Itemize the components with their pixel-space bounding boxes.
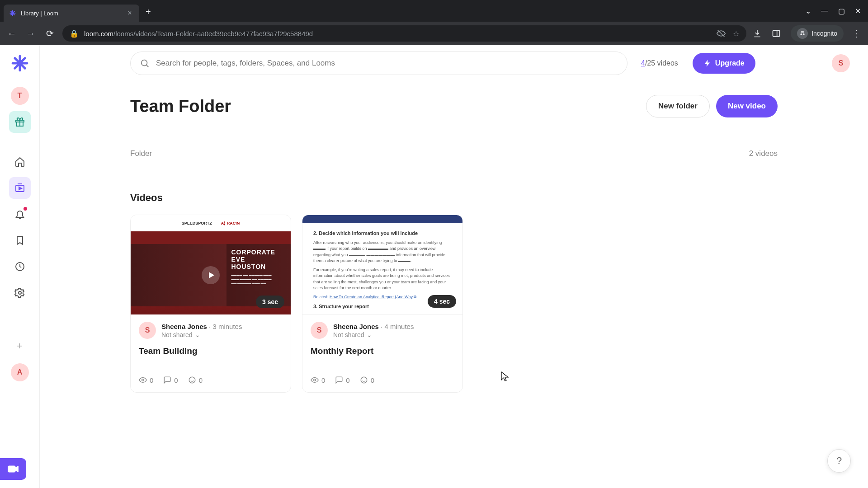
kebab-icon[interactable]: ⋮ [850,28,863,39]
left-rail: T + A [0,45,40,488]
user-avatar[interactable]: S [832,54,850,72]
back-button[interactable]: ← [5,28,18,39]
browser-tab[interactable]: Library | Loom × [4,5,139,22]
url-text: loom.com/looms/videos/Team-Folder-aa0ed3… [84,30,711,38]
comments-stat: 0 [163,376,178,384]
video-quota[interactable]: 4/25 videos [641,59,678,67]
play-icon[interactable] [202,266,220,284]
bookmark-icon[interactable] [9,230,31,251]
window-controls: ⌄ ― ▢ ✕ [805,7,864,15]
top-bar: 4/25 videos Upgrade S [40,45,868,81]
duration-badge: 3 sec [256,296,284,308]
chevron-down-icon: ⌄ [367,331,372,338]
smile-icon [360,376,368,384]
search-box[interactable] [130,52,627,75]
panel-icon[interactable] [772,29,784,38]
page-title: Team Folder [130,97,231,116]
svg-point-9 [803,33,805,35]
bolt-icon [703,59,712,67]
close-icon[interactable]: × [126,9,134,17]
incognito-badge[interactable]: Incognito [791,25,844,42]
svg-rect-22 [8,466,15,472]
svg-rect-6 [773,30,780,36]
breadcrumb[interactable]: Videos / Team Folder [130,81,778,82]
video-grid: SPEEDSPORTZA⟩ RACIN CORPORATE EVE HOUSTO… [130,215,778,393]
forward-button[interactable]: → [24,28,37,39]
svg-point-8 [801,33,802,35]
new-video-button[interactable]: New video [716,95,778,117]
video-thumbnail[interactable]: SPEEDSPORTZA⟩ RACIN CORPORATE EVE HOUSTO… [131,215,291,314]
browser-tab-strip: Library | Loom × + ⌄ ― ▢ ✕ [0,0,868,22]
duration-badge: 4 sec [428,295,456,308]
notification-dot [24,207,27,211]
folder-label: Folder [130,149,152,158]
settings-icon[interactable] [9,282,31,304]
workspace-avatar[interactable]: T [9,85,31,107]
downloads-icon[interactable] [753,29,765,38]
upgrade-button[interactable]: Upgrade [693,53,755,74]
views-stat: 0 [139,376,153,384]
incognito-icon [797,28,808,39]
chevron-down-icon: ⌄ [195,331,200,338]
svg-marker-19 [19,187,22,190]
svg-point-4 [12,12,14,14]
video-title[interactable]: Team Building [139,346,283,356]
loom-logo[interactable] [11,54,29,72]
history-icon[interactable] [9,256,31,277]
tab-title: Library | Loom [21,10,121,17]
svg-point-14 [17,61,23,66]
video-title[interactable]: Monthly Report [311,346,454,356]
share-status[interactable]: Not shared ⌄ [333,331,414,338]
eye-off-icon[interactable] [717,29,726,38]
svg-point-25 [142,379,144,381]
author-name: Sheena Jones [333,323,379,330]
new-tab-button[interactable]: + [146,7,151,17]
svg-point-28 [361,377,367,383]
content-area: Videos / Team Folder Team Folder New fol… [40,81,868,488]
comment-icon [335,376,343,384]
author-name: Sheena Jones [161,323,207,330]
record-button[interactable] [0,458,26,480]
help-button[interactable]: ? [827,449,851,473]
video-card[interactable]: SPEEDSPORTZA⟩ RACIN CORPORATE EVE HOUSTO… [130,215,291,393]
library-icon[interactable] [9,177,31,199]
folder-video-count: 2 videos [749,149,778,158]
home-icon[interactable] [9,151,31,173]
smile-icon [188,376,196,384]
author-avatar: S [311,322,328,339]
svg-point-21 [19,291,21,294]
video-thumbnail[interactable]: 2. Decide which information you will inc… [302,215,462,314]
reactions-stat: 0 [188,376,203,384]
search-input[interactable] [156,59,618,68]
share-status[interactable]: Not shared ⌄ [161,331,242,338]
search-icon [140,58,150,68]
url-box[interactable]: 🔒 loom.com/looms/videos/Team-Folder-aa0e… [62,25,746,42]
notifications-icon[interactable] [9,203,31,225]
gift-icon[interactable] [9,111,31,133]
user-avatar-rail[interactable]: A [9,361,31,383]
new-folder-button[interactable]: New folder [646,95,710,117]
svg-point-26 [189,377,195,383]
svg-line-24 [146,65,149,67]
tabs-dropdown-icon[interactable]: ⌄ [805,7,811,15]
svg-point-23 [142,60,147,66]
video-card[interactable]: 2. Decide which information you will inc… [302,215,463,393]
reactions-stat: 0 [360,376,374,384]
reload-button[interactable]: ⟳ [43,28,56,39]
close-window-icon[interactable]: ✕ [855,7,861,15]
maximize-icon[interactable]: ▢ [838,7,845,15]
minimize-icon[interactable]: ― [821,7,828,15]
comment-icon [163,376,171,384]
loom-favicon [9,9,16,17]
video-age: 4 minutes [384,323,414,330]
lock-icon[interactable]: 🔒 [70,29,79,38]
comments-stat: 0 [335,376,349,384]
eye-icon [311,376,319,384]
add-icon[interactable]: + [9,335,31,357]
video-age: 3 minutes [212,323,242,330]
divider [130,172,778,172]
star-icon[interactable]: ☆ [733,29,739,38]
svg-point-27 [314,379,316,381]
author-avatar: S [139,322,156,339]
views-stat: 0 [311,376,325,384]
